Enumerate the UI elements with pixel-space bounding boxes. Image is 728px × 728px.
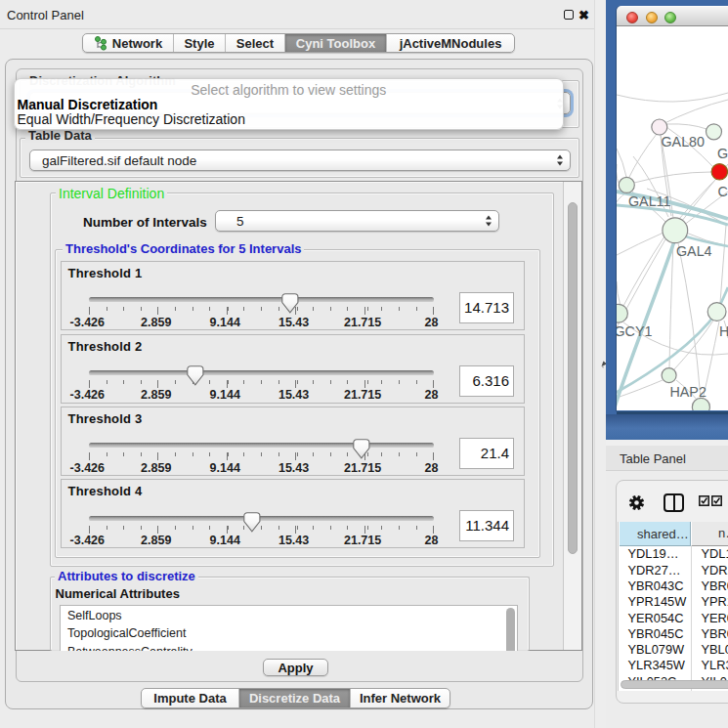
svg-text:GAL4: GAL4	[676, 243, 712, 259]
svg-text:GAL11: GAL11	[628, 193, 670, 209]
svg-text:GCY1: GCY1	[617, 323, 652, 339]
svg-text:H: H	[719, 323, 728, 339]
svg-text:GAL80: GAL80	[662, 134, 706, 150]
svg-text:G.: G.	[717, 146, 728, 161]
svg-text:HAP2: HAP2	[670, 384, 707, 400]
svg-text:C: C	[718, 184, 728, 199]
